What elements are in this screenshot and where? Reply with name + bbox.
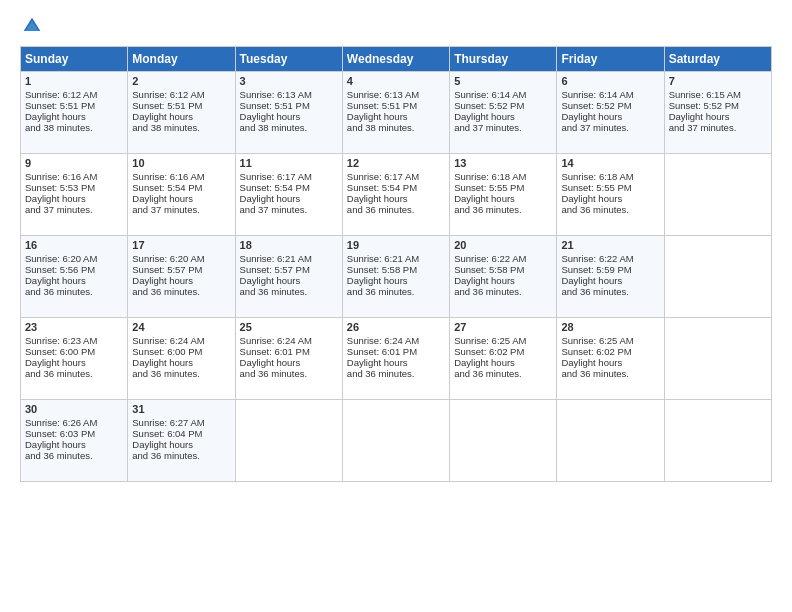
calendar-cell: 16Sunrise: 6:20 AMSunset: 5:56 PMDayligh… (21, 236, 128, 318)
sunset-text: Sunset: 5:54 PM (132, 182, 230, 193)
daylight-text: Daylight hours (240, 111, 338, 122)
sunset-text: Sunset: 5:54 PM (240, 182, 338, 193)
sunset-text: Sunset: 6:04 PM (132, 428, 230, 439)
calendar-cell: 9Sunrise: 6:16 AMSunset: 5:53 PMDaylight… (21, 154, 128, 236)
calendar-cell: 23Sunrise: 6:23 AMSunset: 6:00 PMDayligh… (21, 318, 128, 400)
daylight-text: Daylight hours (132, 357, 230, 368)
logo-icon (22, 16, 42, 36)
sunrise-text: Sunrise: 6:22 AM (454, 253, 552, 264)
daylight-text: Daylight hours (347, 357, 445, 368)
sunset-text: Sunset: 5:58 PM (347, 264, 445, 275)
calendar-week-row: 23Sunrise: 6:23 AMSunset: 6:00 PMDayligh… (21, 318, 772, 400)
calendar-cell: 27Sunrise: 6:25 AMSunset: 6:02 PMDayligh… (450, 318, 557, 400)
sunset-text: Sunset: 5:52 PM (454, 100, 552, 111)
day-header-friday: Friday (557, 47, 664, 72)
day-header-thursday: Thursday (450, 47, 557, 72)
daylight-detail: and 36 minutes. (132, 286, 230, 297)
calendar-cell: 30Sunrise: 6:26 AMSunset: 6:03 PMDayligh… (21, 400, 128, 482)
sunset-text: Sunset: 6:02 PM (454, 346, 552, 357)
sunrise-text: Sunrise: 6:16 AM (25, 171, 123, 182)
daylight-detail: and 36 minutes. (25, 368, 123, 379)
day-number: 28 (561, 321, 659, 333)
daylight-text: Daylight hours (132, 111, 230, 122)
sunrise-text: Sunrise: 6:21 AM (240, 253, 338, 264)
sunset-text: Sunset: 5:53 PM (25, 182, 123, 193)
sunset-text: Sunset: 6:01 PM (240, 346, 338, 357)
day-header-wednesday: Wednesday (342, 47, 449, 72)
calendar-table: SundayMondayTuesdayWednesdayThursdayFrid… (20, 46, 772, 482)
sunset-text: Sunset: 5:52 PM (561, 100, 659, 111)
sunset-text: Sunset: 5:57 PM (240, 264, 338, 275)
sunrise-text: Sunrise: 6:25 AM (561, 335, 659, 346)
daylight-text: Daylight hours (347, 275, 445, 286)
day-number: 14 (561, 157, 659, 169)
daylight-detail: and 37 minutes. (132, 204, 230, 215)
day-header-tuesday: Tuesday (235, 47, 342, 72)
sunset-text: Sunset: 6:00 PM (132, 346, 230, 357)
sunrise-text: Sunrise: 6:17 AM (347, 171, 445, 182)
calendar-cell: 4Sunrise: 6:13 AMSunset: 5:51 PMDaylight… (342, 72, 449, 154)
sunset-text: Sunset: 5:51 PM (240, 100, 338, 111)
calendar-cell: 31Sunrise: 6:27 AMSunset: 6:04 PMDayligh… (128, 400, 235, 482)
calendar-cell (664, 154, 771, 236)
calendar-cell (342, 400, 449, 482)
sunrise-text: Sunrise: 6:17 AM (240, 171, 338, 182)
calendar-cell: 20Sunrise: 6:22 AMSunset: 5:58 PMDayligh… (450, 236, 557, 318)
sunrise-text: Sunrise: 6:20 AM (25, 253, 123, 264)
day-number: 20 (454, 239, 552, 251)
daylight-text: Daylight hours (240, 275, 338, 286)
calendar-cell (450, 400, 557, 482)
sunrise-text: Sunrise: 6:25 AM (454, 335, 552, 346)
sunrise-text: Sunrise: 6:14 AM (561, 89, 659, 100)
daylight-text: Daylight hours (347, 193, 445, 204)
calendar-cell: 28Sunrise: 6:25 AMSunset: 6:02 PMDayligh… (557, 318, 664, 400)
daylight-detail: and 36 minutes. (561, 286, 659, 297)
logo (20, 16, 46, 36)
daylight-text: Daylight hours (25, 357, 123, 368)
calendar-cell: 6Sunrise: 6:14 AMSunset: 5:52 PMDaylight… (557, 72, 664, 154)
daylight-detail: and 38 minutes. (240, 122, 338, 133)
sunset-text: Sunset: 6:03 PM (25, 428, 123, 439)
daylight-text: Daylight hours (25, 111, 123, 122)
sunset-text: Sunset: 5:56 PM (25, 264, 123, 275)
sunset-text: Sunset: 5:55 PM (561, 182, 659, 193)
daylight-text: Daylight hours (132, 439, 230, 450)
sunrise-text: Sunrise: 6:22 AM (561, 253, 659, 264)
calendar-week-row: 1Sunrise: 6:12 AMSunset: 5:51 PMDaylight… (21, 72, 772, 154)
day-header-monday: Monday (128, 47, 235, 72)
day-number: 2 (132, 75, 230, 87)
calendar-cell: 19Sunrise: 6:21 AMSunset: 5:58 PMDayligh… (342, 236, 449, 318)
daylight-detail: and 36 minutes. (454, 204, 552, 215)
header (20, 16, 772, 36)
daylight-detail: and 37 minutes. (25, 204, 123, 215)
calendar-cell: 14Sunrise: 6:18 AMSunset: 5:55 PMDayligh… (557, 154, 664, 236)
daylight-detail: and 36 minutes. (25, 286, 123, 297)
sunrise-text: Sunrise: 6:13 AM (240, 89, 338, 100)
sunrise-text: Sunrise: 6:23 AM (25, 335, 123, 346)
daylight-text: Daylight hours (132, 275, 230, 286)
calendar-cell (664, 236, 771, 318)
daylight-text: Daylight hours (240, 193, 338, 204)
day-number: 23 (25, 321, 123, 333)
calendar-cell: 26Sunrise: 6:24 AMSunset: 6:01 PMDayligh… (342, 318, 449, 400)
calendar-week-row: 9Sunrise: 6:16 AMSunset: 5:53 PMDaylight… (21, 154, 772, 236)
daylight-detail: and 36 minutes. (561, 204, 659, 215)
sunrise-text: Sunrise: 6:24 AM (347, 335, 445, 346)
day-number: 6 (561, 75, 659, 87)
daylight-text: Daylight hours (132, 193, 230, 204)
day-number: 27 (454, 321, 552, 333)
daylight-text: Daylight hours (561, 275, 659, 286)
sunset-text: Sunset: 5:59 PM (561, 264, 659, 275)
sunrise-text: Sunrise: 6:26 AM (25, 417, 123, 428)
day-number: 21 (561, 239, 659, 251)
calendar-week-row: 30Sunrise: 6:26 AMSunset: 6:03 PMDayligh… (21, 400, 772, 482)
daylight-text: Daylight hours (561, 111, 659, 122)
day-number: 16 (25, 239, 123, 251)
calendar-cell: 17Sunrise: 6:20 AMSunset: 5:57 PMDayligh… (128, 236, 235, 318)
calendar-cell: 3Sunrise: 6:13 AMSunset: 5:51 PMDaylight… (235, 72, 342, 154)
sunset-text: Sunset: 6:02 PM (561, 346, 659, 357)
daylight-detail: and 36 minutes. (132, 450, 230, 461)
calendar-cell: 13Sunrise: 6:18 AMSunset: 5:55 PMDayligh… (450, 154, 557, 236)
sunset-text: Sunset: 5:51 PM (25, 100, 123, 111)
daylight-detail: and 36 minutes. (454, 368, 552, 379)
